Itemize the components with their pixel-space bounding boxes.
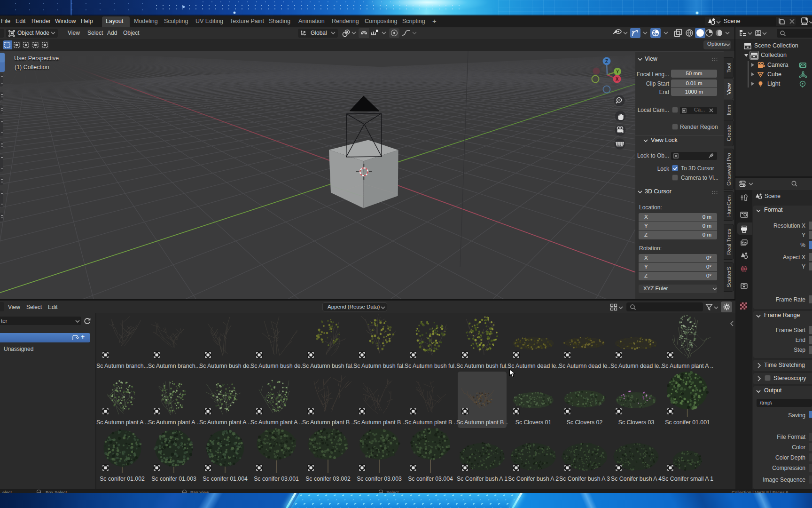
- svg-text:X: X: [616, 77, 619, 82]
- svg-text:Z: Z: [605, 59, 608, 64]
- svg-text:Y: Y: [616, 69, 619, 74]
